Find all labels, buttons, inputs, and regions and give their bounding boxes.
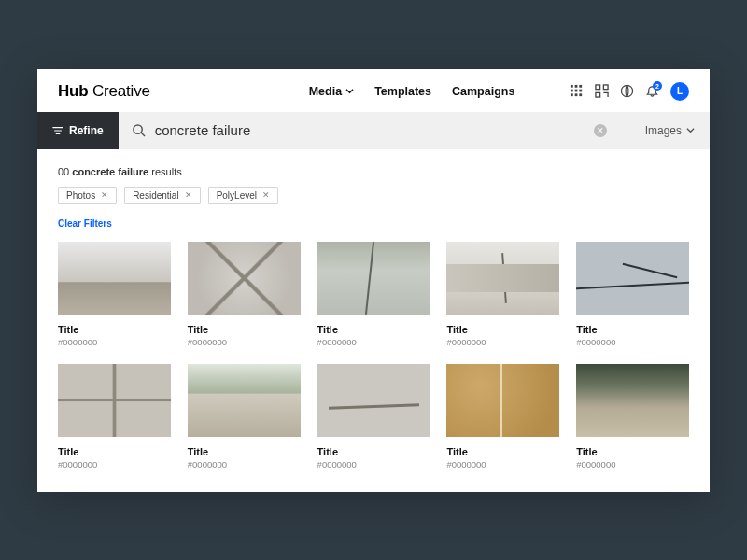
search-type-label: Images — [645, 124, 682, 137]
card-title: Title — [317, 446, 430, 457]
svg-rect-1 — [575, 85, 578, 88]
card-title: Title — [446, 324, 559, 335]
chip-label: Photos — [66, 190, 95, 201]
thumbnail[interactable] — [576, 364, 689, 437]
search-bar: Refine ✕ Images — [37, 112, 710, 149]
card-subtitle: #0000000 — [576, 337, 689, 347]
result-card: Title #0000000 — [446, 364, 559, 469]
header-icons: 2 L — [570, 82, 689, 101]
search-type-select[interactable]: Images — [630, 112, 710, 149]
result-card: Title #0000000 — [446, 242, 559, 347]
card-subtitle: #0000000 — [576, 459, 689, 469]
chevron-down-icon — [345, 87, 354, 95]
logo-bold: Hub — [58, 82, 88, 100]
results-grid: Title #0000000 Title #0000000 Title #000… — [58, 242, 689, 469]
results-count-number: 00 — [58, 166, 69, 177]
primary-nav: Media Templates Campaigns — [309, 85, 515, 98]
thumbnail[interactable] — [446, 364, 559, 437]
content: 00 concrete failure results Photos✕ Resi… — [37, 149, 710, 492]
nav-campaigns[interactable]: Campaigns — [452, 85, 514, 98]
results-suffix: results — [151, 166, 181, 177]
svg-rect-2 — [579, 85, 582, 88]
svg-rect-11 — [596, 92, 600, 97]
thumbnail[interactable] — [576, 242, 689, 315]
card-title: Title — [446, 446, 559, 457]
chevron-down-icon — [686, 126, 695, 134]
close-icon: ✕ — [262, 190, 270, 200]
clear-filters-link[interactable]: Clear Filters — [58, 218, 112, 229]
thumbnail[interactable] — [317, 364, 430, 437]
header: Hub Creative Media Templates Campaigns — [37, 69, 710, 112]
svg-line-17 — [141, 133, 145, 136]
refine-button[interactable]: Refine — [37, 112, 119, 149]
chip-label: Residential — [133, 190, 178, 201]
svg-rect-8 — [579, 93, 582, 96]
search-input[interactable] — [155, 122, 585, 138]
svg-rect-5 — [579, 90, 582, 92]
logo: Hub Creative — [58, 82, 150, 101]
card-title: Title — [58, 446, 171, 457]
nav-campaigns-label: Campaigns — [452, 85, 514, 98]
nav-templates[interactable]: Templates — [374, 85, 431, 98]
result-card: Title #0000000 — [317, 364, 430, 469]
logo-light: Creative — [92, 82, 150, 100]
svg-rect-0 — [571, 85, 573, 88]
search-icon — [132, 123, 146, 137]
filter-icon — [52, 125, 63, 136]
chip-photos[interactable]: Photos✕ — [58, 187, 117, 204]
card-subtitle: #0000000 — [188, 459, 301, 469]
qr-icon[interactable] — [595, 84, 609, 98]
card-subtitle: #0000000 — [188, 337, 301, 347]
thumbnail[interactable] — [58, 364, 171, 437]
result-card: Title #0000000 — [576, 242, 689, 347]
thumbnail[interactable] — [58, 242, 171, 315]
globe-icon[interactable] — [620, 84, 634, 98]
thumbnail[interactable] — [188, 242, 301, 315]
chip-residential[interactable]: Residential✕ — [124, 187, 200, 204]
card-title: Title — [576, 324, 689, 335]
svg-point-16 — [134, 125, 142, 133]
card-title: Title — [188, 324, 301, 335]
clear-search-icon[interactable]: ✕ — [594, 124, 607, 137]
notifications-icon[interactable]: 2 — [645, 84, 659, 98]
card-subtitle: #0000000 — [317, 337, 430, 347]
nav-media-label: Media — [309, 85, 342, 98]
thumbnail[interactable] — [446, 242, 559, 315]
chip-label: PolyLevel — [217, 190, 257, 201]
result-card: Title #0000000 — [58, 364, 171, 469]
svg-rect-7 — [575, 93, 578, 96]
thumbnail[interactable] — [188, 364, 301, 437]
search-input-wrap: ✕ — [119, 112, 630, 149]
result-card: Title #0000000 — [58, 242, 171, 347]
card-subtitle: #0000000 — [446, 337, 559, 347]
results-count: 00 concrete failure results — [58, 166, 689, 177]
card-subtitle: #0000000 — [58, 337, 171, 347]
card-subtitle: #0000000 — [317, 459, 430, 469]
card-title: Title — [576, 446, 689, 457]
card-subtitle: #0000000 — [58, 459, 171, 469]
nav-templates-label: Templates — [374, 85, 431, 98]
card-subtitle: #0000000 — [446, 459, 559, 469]
card-title: Title — [188, 446, 301, 457]
svg-rect-10 — [603, 85, 608, 90]
close-icon: ✕ — [101, 190, 108, 200]
svg-rect-4 — [575, 90, 578, 92]
filter-chips: Photos✕ Residential✕ PolyLevel✕ — [58, 187, 689, 204]
close-icon: ✕ — [185, 190, 192, 200]
results-term: concrete failure — [72, 166, 148, 177]
notifications-badge: 2 — [653, 81, 662, 91]
refine-label: Refine — [69, 124, 104, 137]
card-title: Title — [317, 324, 430, 335]
result-card: Title #0000000 — [188, 242, 301, 347]
thumbnail[interactable] — [317, 242, 430, 315]
nav-media[interactable]: Media — [309, 85, 354, 98]
svg-rect-3 — [571, 90, 573, 92]
result-card: Title #0000000 — [576, 364, 689, 469]
avatar[interactable]: L — [670, 82, 689, 101]
svg-rect-9 — [596, 85, 600, 90]
result-card: Title #0000000 — [188, 364, 301, 469]
chip-polylevel[interactable]: PolyLevel✕ — [208, 187, 278, 204]
svg-rect-6 — [571, 93, 573, 96]
apps-icon[interactable] — [570, 84, 584, 98]
app-window: Hub Creative Media Templates Campaigns — [37, 69, 710, 492]
